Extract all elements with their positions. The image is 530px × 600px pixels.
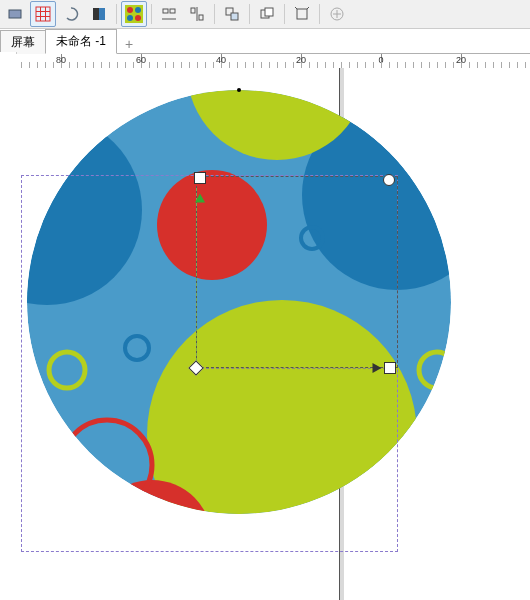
document-tabbar: 屏幕 未命名 -1 + <box>0 29 530 54</box>
toolbar-separator <box>284 4 285 24</box>
svg-rect-6 <box>93 8 99 20</box>
svg-point-33 <box>157 170 267 280</box>
svg-rect-23 <box>297 9 307 19</box>
add-tab-button[interactable]: + <box>120 35 138 53</box>
svg-rect-13 <box>163 9 168 13</box>
tab-screen[interactable]: 屏幕 <box>0 30 46 54</box>
distribute-icon[interactable] <box>184 1 210 27</box>
svg-rect-14 <box>170 9 175 13</box>
svg-rect-22 <box>265 8 273 16</box>
tab-document[interactable]: 未命名 -1 <box>45 29 117 54</box>
arrange-icon[interactable] <box>219 1 245 27</box>
duplicate-icon[interactable] <box>254 1 280 27</box>
svg-rect-17 <box>199 15 203 20</box>
add-icon[interactable] <box>324 1 350 27</box>
svg-point-9 <box>127 7 133 13</box>
ruler-vertical[interactable] <box>0 68 17 600</box>
svg-rect-0 <box>9 10 21 18</box>
rectangle-icon[interactable] <box>2 1 28 27</box>
tile-handle-end[interactable] <box>384 362 396 374</box>
ruler-corner[interactable] <box>0 52 17 69</box>
grid-icon[interactable] <box>30 1 56 27</box>
pattern-dots-icon[interactable] <box>121 1 147 27</box>
guide-vertical <box>196 188 197 366</box>
pattern-fill-object[interactable] <box>27 90 451 514</box>
toolbar-separator <box>116 4 117 24</box>
tile-node-right[interactable] <box>383 174 395 186</box>
toolbar-separator <box>249 4 250 24</box>
svg-rect-1 <box>36 7 50 21</box>
swirl-icon[interactable] <box>58 1 84 27</box>
svg-point-12 <box>135 15 141 21</box>
svg-rect-8 <box>125 5 143 23</box>
align-icon[interactable] <box>156 1 182 27</box>
tile-arrow-right <box>373 363 382 373</box>
toolbar-separator <box>214 4 215 24</box>
svg-rect-16 <box>191 8 195 13</box>
canvas-area[interactable] <box>16 68 530 600</box>
tile-arrow-up <box>195 194 205 203</box>
guide-horizontal <box>196 368 386 369</box>
toolbar-separator <box>151 4 152 24</box>
transform-icon[interactable] <box>289 1 315 27</box>
tile-handle-top[interactable] <box>194 172 206 184</box>
property-toolbar <box>0 0 530 29</box>
toolbar-separator <box>319 4 320 24</box>
object-anchor-dot[interactable] <box>237 88 241 92</box>
svg-rect-20 <box>231 13 238 20</box>
contrast-icon[interactable] <box>86 1 112 27</box>
svg-point-11 <box>127 15 133 21</box>
svg-rect-7 <box>99 8 105 20</box>
svg-point-10 <box>135 7 141 13</box>
